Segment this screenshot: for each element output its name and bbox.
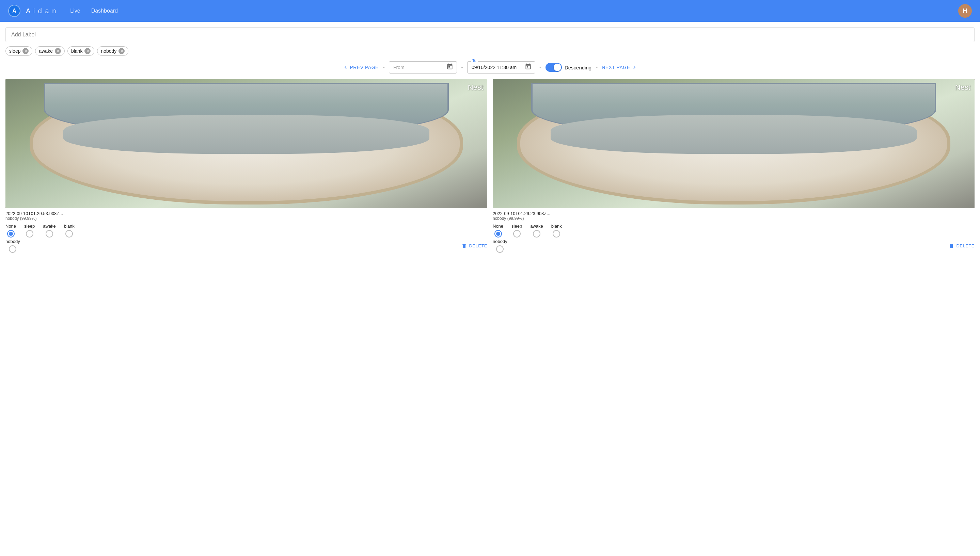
label-blank-text-1: blank (551, 223, 562, 229)
crib-image-1 (493, 79, 975, 208)
tag-nobody-close[interactable]: ✕ (118, 48, 125, 54)
label-option-none-1: None (493, 223, 503, 238)
label-input-container (5, 27, 975, 42)
tag-awake: awake ✕ (35, 46, 64, 56)
label-option-awake-0: awake (43, 223, 56, 238)
chevron-right-icon (631, 64, 637, 70)
label-option-blank-0: blank (64, 223, 75, 238)
from-calendar-icon[interactable] (446, 63, 453, 71)
bedding-roll-1 (551, 115, 917, 154)
image-card-0: Nest 2022-09-10T01:29:53.908Z... nobody … (5, 79, 487, 257)
tag-sleep-close[interactable]: ✕ (23, 48, 29, 54)
nest-badge-0: Nest (468, 83, 483, 92)
delete-button-0[interactable]: DELETE (462, 243, 487, 249)
label-awake-text-1: awake (530, 223, 543, 229)
label-option-blank-1: blank (551, 223, 562, 238)
label-blank-text-0: blank (64, 223, 75, 229)
label-awake-text-0: awake (43, 223, 56, 229)
app-name: A i d a n (26, 7, 57, 15)
trash-icon-1 (949, 243, 954, 249)
dash-4: - (596, 64, 598, 71)
radio-awake-1[interactable] (533, 230, 540, 238)
nav-live[interactable]: Live (67, 6, 83, 15)
label-option-awake-1: awake (530, 223, 543, 238)
radio-inner-none-1 (496, 232, 500, 236)
delete-label-0: DELETE (469, 243, 487, 248)
tag-awake-close[interactable]: ✕ (55, 48, 61, 54)
descending-label: Descending (565, 65, 591, 70)
radio-nobody-0[interactable] (9, 245, 16, 253)
image-grid: Nest 2022-09-10T01:29:53.908Z... nobody … (5, 79, 975, 257)
logo-circle: A (8, 5, 20, 17)
delete-label-1: DELETE (956, 243, 975, 248)
descending-toggle-wrapper: Descending (546, 63, 591, 72)
label-option-nobody-1: nobody (493, 239, 507, 253)
card-actions-0: nobody DELETE (5, 238, 487, 255)
tag-blank-label: blank (71, 48, 83, 54)
to-date-input[interactable]: To 09/10/2022 11:30 am (467, 61, 535, 73)
toggle-knob (554, 64, 561, 71)
image-wrapper-0: Nest (5, 79, 487, 208)
label-nobody-text-1: nobody (493, 239, 507, 244)
radio-inner-none-0 (9, 232, 13, 236)
radio-blank-1[interactable] (552, 230, 560, 238)
label-input[interactable] (11, 32, 969, 38)
prev-page-label: PREV PAGE (350, 65, 379, 70)
nav-dashboard[interactable]: Dashboard (89, 6, 121, 15)
tag-sleep: sleep ✕ (5, 46, 32, 56)
label-option-none-0: None (5, 223, 16, 238)
delete-button-1[interactable]: DELETE (949, 243, 975, 249)
to-date-value: 09/10/2022 11:30 am (471, 65, 517, 70)
image-wrapper-1: Nest (493, 79, 975, 208)
to-date-label: To (471, 58, 478, 63)
dash-2: - (461, 64, 463, 71)
chevron-left-icon (343, 64, 349, 70)
label-none-text-0: None (5, 223, 16, 229)
radio-nobody-1[interactable] (496, 245, 504, 253)
from-date-input[interactable]: From (389, 61, 457, 73)
tag-blank-close[interactable]: ✕ (84, 48, 91, 54)
label-option-sleep-0: sleep (24, 223, 35, 238)
label-none-text-1: None (493, 223, 503, 229)
radio-sleep-1[interactable] (513, 230, 521, 238)
radio-none-0[interactable] (7, 230, 15, 238)
radio-sleep-0[interactable] (26, 230, 33, 238)
logo-letter: A (12, 8, 16, 14)
trash-icon-0 (462, 243, 467, 249)
label-nobody-text-0: nobody (5, 239, 20, 244)
radio-blank-0[interactable] (65, 230, 73, 238)
tag-nobody-label: nobody (101, 48, 117, 54)
card-labels-row-1: None sleep awake blank (493, 223, 975, 238)
filter-row: PREV PAGE - From - To 09/10/2022 11:30 a… (5, 61, 975, 73)
main-content: sleep ✕ awake ✕ blank ✕ nobody ✕ PREV PA… (0, 22, 980, 556)
image-card-1: Nest 2022-09-10T01:29:23.903Z... nobody … (493, 79, 975, 257)
next-page-button[interactable]: NEXT PAGE (602, 64, 637, 70)
card-prediction-0: nobody (99.99%) (5, 216, 487, 221)
label-option-nobody-0: nobody (5, 239, 20, 253)
prev-page-button[interactable]: PREV PAGE (343, 64, 379, 70)
card-timestamp-1: 2022-09-10T01:29:23.903Z... (493, 211, 975, 216)
card-meta-1: 2022-09-10T01:29:23.903Z... nobody (99.9… (493, 208, 975, 257)
radio-awake-0[interactable] (45, 230, 53, 238)
tag-blank: blank ✕ (67, 46, 94, 56)
dash-1: - (383, 64, 385, 71)
from-date-value: From (393, 65, 405, 70)
next-page-label: NEXT PAGE (602, 65, 630, 70)
header: A A i d a n Live Dashboard H (0, 0, 980, 22)
label-sleep-text-1: sleep (512, 223, 522, 229)
tags-row: sleep ✕ awake ✕ blank ✕ nobody ✕ (5, 46, 975, 56)
radio-none-1[interactable] (494, 230, 502, 238)
dash-3: - (539, 64, 541, 71)
nest-badge-1: Nest (955, 83, 970, 92)
tag-sleep-label: sleep (9, 48, 20, 54)
descending-toggle[interactable] (546, 63, 562, 72)
user-avatar[interactable]: H (958, 4, 972, 18)
to-calendar-icon[interactable] (525, 63, 531, 71)
label-option-sleep-1: sleep (512, 223, 522, 238)
card-timestamp-0: 2022-09-10T01:29:53.908Z... (5, 211, 487, 216)
card-labels-row-0: None sleep awake blank (5, 223, 487, 238)
label-sleep-text-0: sleep (24, 223, 35, 229)
bedding-roll (63, 115, 429, 154)
tag-awake-label: awake (39, 48, 52, 54)
card-meta-0: 2022-09-10T01:29:53.908Z... nobody (99.9… (5, 208, 487, 257)
